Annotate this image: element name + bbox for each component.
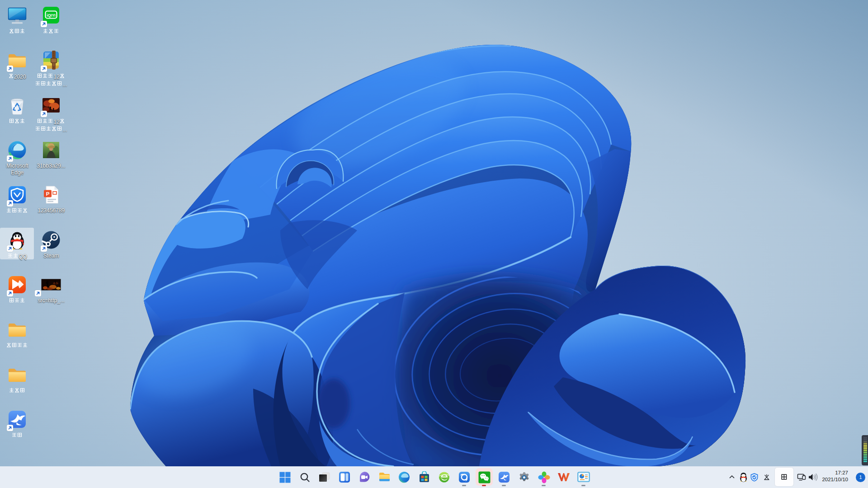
svg-text:iQIYI: iQIYI — [47, 13, 55, 18]
svg-text:P: P — [46, 191, 50, 197]
